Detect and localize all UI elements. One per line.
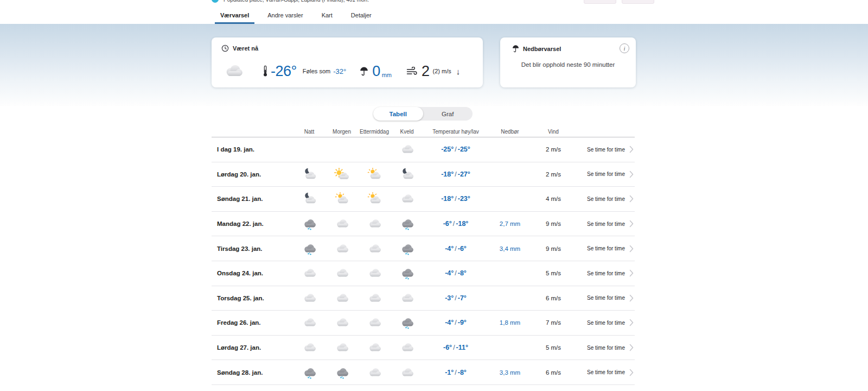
chevron-right-icon[interactable] — [629, 294, 634, 302]
feels-like-value: -32° — [333, 67, 346, 75]
table-row[interactable]: Søndag 28. jan. -1°/-8° 3,3 mm 6 m/s Se … — [212, 360, 635, 385]
hourly-link[interactable]: Se time for time — [587, 171, 625, 177]
hourly-link[interactable]: Se time for time — [587, 369, 625, 375]
row-date: I dag 19. jan. — [212, 146, 293, 153]
fair-day-icon — [358, 192, 391, 205]
chevron-right-icon[interactable] — [629, 269, 634, 277]
row-date: Mandag 22. jan. — [212, 220, 293, 227]
top-bar: Populated place, Várrán-Gáppi, Lapland (… — [0, 0, 868, 24]
row-date: Onsdag 24. jan. — [212, 270, 293, 276]
snow-icon — [293, 217, 326, 230]
hourly-link[interactable]: Se time for time — [587, 147, 625, 153]
cloudy-icon — [326, 242, 358, 255]
chevron-right-icon[interactable] — [629, 171, 634, 178]
tab-detaljer[interactable]: Detaljer — [346, 7, 377, 24]
hourly-link[interactable]: Se time for time — [587, 295, 625, 301]
table-header: Natt Morgen Ettermiddag Kveld Temperatur… — [212, 127, 635, 137]
hourly-link[interactable]: Se time for time — [587, 245, 625, 251]
cloudy-icon — [391, 366, 423, 379]
hourly-link-cell: Se time for time — [575, 369, 635, 376]
table-row[interactable]: Mandag 22. jan. -6°/-18° 2,7 mm 9 m/s Se… — [212, 212, 635, 237]
table-row[interactable]: Onsdag 24. jan. -4°/-8° 5 m/s Se time fo… — [212, 261, 635, 286]
header-nedbor: Nedbør — [488, 129, 532, 135]
snow-icon — [293, 366, 326, 379]
cloudy-icon — [293, 316, 326, 329]
table-row[interactable]: Fredag 26. jan. -4°/-9° 1,8 mm 7 m/s Se … — [212, 311, 635, 336]
cloudy-icon — [293, 341, 326, 354]
cloudy-icon — [358, 292, 391, 305]
hourly-link[interactable]: Se time for time — [587, 320, 625, 326]
temperature-high-low: -18°/-23° — [423, 195, 488, 203]
chevron-right-icon[interactable] — [629, 245, 634, 253]
chevron-right-icon[interactable] — [629, 369, 634, 376]
current-weather-body: -26° Føles som -32° 0 mm 2 (2) m/s ↓ — [222, 59, 477, 83]
precipitation-now: 0 — [372, 63, 380, 80]
fair-day-icon — [358, 168, 391, 181]
snow-icon — [293, 242, 326, 255]
hourly-link[interactable]: Se time for time — [587, 270, 625, 276]
umbrella-icon — [512, 45, 519, 53]
cloudy-icon — [293, 267, 326, 280]
cloudy-icon — [391, 341, 423, 354]
wind-value: 9 m/s — [532, 245, 575, 252]
temperature-high-low: -1°/-8° — [423, 369, 488, 376]
temperature-high-low: -6°/-18° — [423, 220, 488, 228]
precipitation-value: 3,3 mm — [488, 369, 532, 376]
location-dot-icon — [212, 0, 219, 3]
table-row[interactable]: Lørdag 27. jan. -6°/-11° 5 m/s Se time f… — [212, 336, 635, 361]
row-date: Søndag 28. jan. — [212, 369, 293, 376]
partlycloudy-day-icon — [326, 168, 358, 181]
partlycloudy-night-icon — [391, 168, 423, 181]
chevron-right-icon[interactable] — [629, 319, 634, 326]
current-weather-title: Været nå — [233, 45, 258, 52]
hourly-link[interactable]: Se time for time — [587, 221, 625, 227]
snow-icon — [391, 217, 423, 230]
hourly-link[interactable]: Se time for time — [587, 345, 625, 351]
info-icon[interactable]: i — [620, 43, 629, 53]
tab-andre-varsler[interactable]: Andre varsler — [262, 7, 308, 24]
current-weather-title-row: Været nå — [221, 45, 258, 52]
precipitation-card: Nedbørvarsel i Det blir opphold neste 90… — [500, 37, 636, 87]
hourly-link-cell: Se time for time — [575, 319, 635, 326]
header-vind: Vind — [532, 129, 575, 135]
tab-vaervarsel[interactable]: Værvarsel — [215, 7, 254, 24]
topbar-button-stub[interactable] — [622, 0, 654, 4]
table-row[interactable]: Søndag 21. jan. -18°/-23° 4 m/s — [212, 187, 635, 212]
row-date: Fredag 26. jan. — [212, 319, 293, 326]
table-row[interactable]: I dag 19. jan. -25°/-25° 2 m/s Se time f… — [212, 137, 635, 162]
chevron-right-icon[interactable] — [629, 344, 634, 351]
hourly-link[interactable]: Se time for time — [587, 196, 625, 202]
partlycloudy-night-icon — [293, 168, 326, 181]
temperature-high-low: -6°/-11° — [423, 344, 488, 351]
toggle-graf[interactable]: Graf — [423, 107, 473, 121]
row-date: Lørdag 20. jan. — [212, 171, 293, 178]
wind-value: 7 m/s — [532, 319, 575, 326]
chevron-right-icon[interactable] — [629, 220, 634, 228]
table-row[interactable]: Tirsdag 23. jan. -4°/-6° 3,4 mm 9 m/s Se… — [212, 236, 635, 261]
chevron-right-icon[interactable] — [629, 146, 634, 153]
header-natt: Natt — [293, 129, 326, 135]
row-date: Lørdag 27. jan. — [212, 344, 293, 351]
header-temperatur: Temperatur høy/lav — [423, 129, 488, 135]
precipitation-message: Det blir opphold neste 90 minutter — [500, 61, 636, 68]
snow-icon — [391, 267, 423, 280]
chevron-right-icon[interactable] — [629, 195, 634, 203]
hourly-link-cell: Se time for time — [575, 171, 635, 178]
wind-gust: (2) m/s — [433, 68, 451, 74]
cloudy-icon — [358, 267, 391, 280]
toggle-tabell[interactable]: Tabell — [373, 107, 423, 121]
wind-value: 5 m/s — [532, 344, 575, 351]
hourly-link-cell: Se time for time — [575, 294, 635, 302]
cloudy-icon — [358, 366, 391, 379]
feels-like-label: Føles som — [303, 68, 330, 74]
hourly-link-cell: Se time for time — [575, 195, 635, 203]
cloudy-icon — [391, 143, 423, 156]
temperature-high-low: -4°/-9° — [423, 319, 488, 326]
topbar-button-stub[interactable] — [584, 0, 616, 4]
snow-icon — [326, 366, 358, 379]
table-row[interactable]: Torsdag 25. jan. -3°/-7° 6 m/s Se time f… — [212, 286, 635, 311]
table-row[interactable]: Lørdag 20. jan. - — [212, 162, 635, 187]
hourly-link-cell: Se time for time — [575, 245, 635, 253]
tab-kart[interactable]: Kart — [316, 7, 338, 24]
precipitation-title-row: Nedbørvarsel — [512, 45, 561, 53]
